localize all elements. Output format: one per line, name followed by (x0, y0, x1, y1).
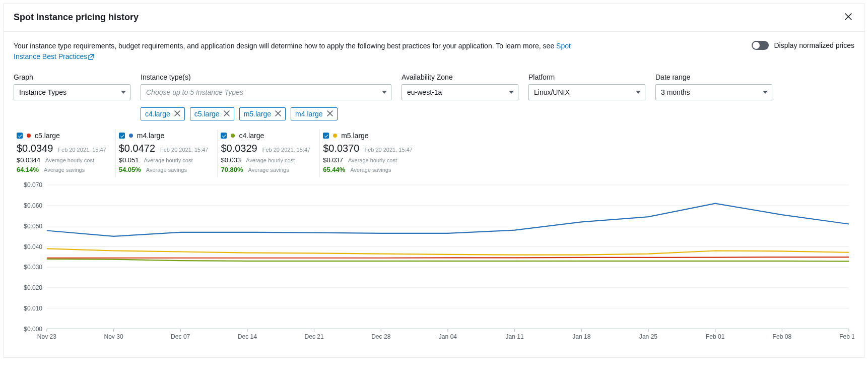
x-tick-label: Dec 07 (171, 333, 190, 340)
x-tick-label: Dec 14 (238, 333, 257, 340)
legend-card: m4.large$0.0472Feb 20 2021, 15:47$0.051A… (115, 130, 218, 177)
spot-pricing-panel: Spot Instance pricing history Your insta… (3, 3, 865, 358)
legend-timestamp: Feb 20 2021, 15:47 (364, 147, 412, 153)
chevron-down-icon (121, 91, 126, 94)
filter-az-label: Availability Zone (402, 73, 518, 81)
x-tick-label: Nov 30 (104, 333, 123, 340)
series-line-c5.large (47, 257, 849, 258)
filter-date-range: Date range 3 months (655, 73, 772, 100)
series-line-m4.large (47, 204, 849, 236)
chip-remove-icon[interactable] (174, 110, 180, 118)
legend-avg-cost-label: Average hourly cost (246, 157, 295, 163)
instance-type-chips: c4.largec5.largem5.largem4.large (141, 107, 391, 120)
legend-checkbox[interactable] (17, 133, 23, 139)
legend-type: m5.large (341, 132, 368, 140)
legend-savings-label: Average savings (248, 167, 289, 173)
toggle-label: Display normalized prices (774, 41, 854, 49)
chip-remove-icon[interactable] (275, 110, 281, 118)
instance-types-select[interactable]: Choose up to 5 Instance Types (141, 84, 391, 100)
chevron-down-icon (636, 91, 641, 94)
y-tick-label: $0.070 (24, 181, 42, 188)
legend-timestamp: Feb 20 2021, 15:47 (58, 147, 106, 153)
chevron-down-icon (382, 91, 387, 94)
legend-savings: 54.05% (119, 166, 141, 173)
y-tick-label: $0.060 (24, 202, 42, 209)
legend-avg-cost-label: Average hourly cost (144, 157, 192, 163)
legend-savings-label: Average savings (146, 167, 187, 173)
filter-graph-label: Graph (14, 73, 130, 81)
chevron-down-icon (509, 91, 514, 94)
x-tick-label: Feb 01 (706, 333, 725, 340)
filter-instance-types: Instance type(s) Choose up to 5 Instance… (141, 73, 391, 120)
legend-type: m4.large (137, 132, 164, 140)
legend-card: c4.large$0.0329Feb 20 2021, 15:47$0.033A… (217, 130, 319, 177)
y-tick-label: $0.050 (24, 223, 42, 230)
legend-card: c5.large$0.0349Feb 20 2021, 15:47$0.0344… (17, 130, 115, 177)
series-color-dot (333, 134, 337, 138)
series-color-dot (129, 134, 133, 138)
legend-type: c4.large (239, 132, 264, 140)
x-tick-label: Jan 11 (506, 333, 524, 340)
chip-label: m5.large (244, 110, 271, 118)
legend-savings: 65.44% (323, 166, 345, 173)
external-link-icon (88, 52, 94, 63)
legend-avg-cost-label: Average hourly cost (45, 157, 94, 163)
y-tick-label: $0.040 (24, 243, 42, 250)
az-select[interactable]: eu-west-1a (402, 84, 518, 100)
date-range-select[interactable]: 3 months (655, 84, 772, 100)
legend-savings: 70.80% (221, 166, 243, 173)
chip-label: c4.large (145, 110, 170, 118)
x-tick-label: Dec 28 (371, 333, 391, 340)
legend-savings-label: Average savings (350, 167, 391, 173)
legend-checkbox[interactable] (119, 133, 125, 139)
legend-avg-cost: $0.0344 (17, 156, 40, 164)
legend-avg-cost: $0.051 (119, 156, 139, 164)
chevron-down-icon (763, 91, 768, 94)
x-tick-label: Dec 21 (304, 333, 324, 340)
instance-type-chip: c4.large (141, 107, 185, 120)
filter-az: Availability Zone eu-west-1a (402, 73, 518, 100)
normalized-prices-toggle[interactable] (752, 41, 769, 50)
series-color-dot (231, 134, 235, 138)
instance-type-chip: m5.large (239, 107, 286, 120)
legend-checkbox[interactable] (221, 133, 227, 139)
price-history-chart: $0.000$0.010$0.020$0.030$0.040$0.050$0.0… (14, 179, 854, 345)
chip-label: m4.large (295, 110, 322, 118)
legend-price: $0.0472 (119, 143, 155, 154)
legend-avg-cost-label: Average hourly cost (348, 157, 397, 163)
chip-remove-icon[interactable] (224, 110, 230, 118)
instance-type-chip: c5.large (190, 107, 234, 120)
legend-type: c5.large (35, 132, 60, 140)
x-tick-label: Jan 04 (439, 333, 457, 340)
graph-select[interactable]: Instance Types (14, 84, 130, 100)
legend-savings: 64.14% (17, 166, 39, 173)
y-tick-label: $0.020 (24, 284, 42, 291)
y-tick-label: $0.010 (24, 305, 42, 312)
panel-body: Your instance type requirements, budget … (4, 32, 864, 357)
legend-savings-label: Average savings (44, 167, 85, 173)
legend-checkbox[interactable] (323, 133, 329, 139)
y-tick-label: $0.030 (24, 264, 42, 271)
instance-type-chip: m4.large (291, 107, 337, 120)
close-button[interactable] (842, 11, 854, 24)
legend-card: m5.large$0.0370Feb 20 2021, 15:47$0.037A… (319, 130, 422, 177)
normalized-prices-toggle-wrap: Display normalized prices (752, 41, 854, 50)
page-title: Spot Instance pricing history (14, 12, 139, 23)
chip-remove-icon[interactable] (327, 110, 333, 118)
chip-label: c5.large (194, 110, 220, 118)
x-tick-label: Feb 08 (773, 333, 792, 340)
y-tick-label: $0.000 (24, 326, 42, 333)
platform-select[interactable]: Linux/UNIX (528, 84, 645, 100)
series-color-dot (27, 134, 31, 138)
filters-row: Graph Instance Types Instance type(s) Ch… (14, 73, 854, 120)
x-tick-label: Jan 18 (572, 333, 591, 340)
filter-itypes-label: Instance type(s) (141, 73, 391, 81)
series-line-m5.large (47, 248, 849, 255)
x-tick-label: Jan 25 (639, 333, 658, 340)
close-icon (844, 13, 852, 21)
intro-pre: Your instance type requirements, budget … (14, 42, 556, 50)
filter-platform: Platform Linux/UNIX (528, 73, 645, 100)
series-line-c4.large (47, 259, 849, 261)
legend-price: $0.0349 (17, 143, 53, 154)
filter-graph: Graph Instance Types (14, 73, 130, 100)
